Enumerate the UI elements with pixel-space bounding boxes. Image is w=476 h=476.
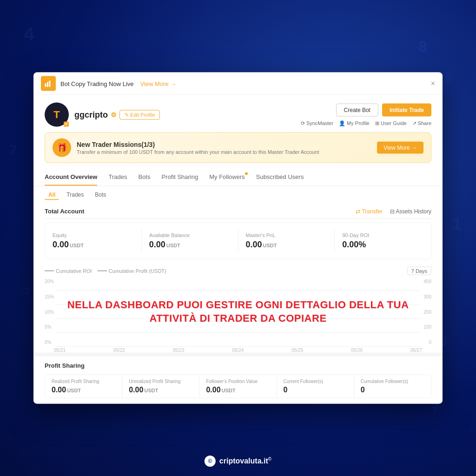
mission-text: New Trader Missions(1/3) Transfer a mini…	[77, 141, 319, 155]
profit-unrealized: Unrealized Profit Sharing 0.00USDT	[122, 375, 199, 398]
chart-canvas: 20% 15% 10% 5% 0% 400 300 200 100 0	[45, 277, 431, 347]
mission-title: New Trader Missions(1/3)	[77, 141, 319, 148]
sync-master-link[interactable]: ⟳ SyncMaster	[301, 120, 333, 126]
equity-value: 0.00USDT	[53, 240, 134, 250]
action-buttons: Create Bot Initiate Trade	[336, 103, 431, 116]
tab-my-followers[interactable]: My Followers	[209, 169, 245, 186]
cumulative-followers: Cumulative Follower(s) 0	[354, 375, 431, 398]
tab-profit-sharing-label: Profit Sharing	[161, 173, 198, 180]
watermark: © criptovaluta.it©	[205, 456, 271, 467]
pnl-currency: USDT	[263, 243, 277, 248]
main-container: Bot Copy Trading Now Live View More → × …	[33, 73, 443, 404]
assets-history-link[interactable]: ⊟ Assets History	[390, 208, 431, 214]
follower-position-label: Follower's Position Value	[206, 379, 270, 384]
profit-realized: Realized Profit Sharing 0.00USDT	[45, 375, 122, 398]
pnl-value: 0.00USDT	[246, 240, 327, 250]
stat-available-balance: Available Balance 0.00USDT	[142, 229, 238, 253]
profit-legend-line	[98, 271, 107, 271]
legend-roi: Cumulative ROI	[45, 268, 92, 274]
banner-link[interactable]: View More →	[140, 80, 177, 87]
header-right-actions: ⇄ Transfer ⊟ Assets History	[356, 208, 431, 214]
realized-value: 0.00USDT	[52, 386, 115, 394]
sub-tab-all[interactable]: All	[45, 190, 59, 200]
main-tabs: Account Overview Trades Bots Profit Shar…	[45, 169, 431, 186]
stat-masters-pnl: Master's PnL 0.00USDT	[238, 229, 335, 253]
mission-description: Transfer a minimum of 100 USDT from any …	[77, 149, 319, 155]
tab-bots[interactable]: Bots	[138, 169, 150, 186]
chart-overlay-text: NELLA DASHBOARD PUOI GESTIRE OGNI DETTAG…	[45, 298, 431, 325]
sub-tab-bots[interactable]: Bots	[91, 190, 110, 200]
avatar-letter: T	[53, 109, 60, 121]
tab-trades[interactable]: Trades	[108, 169, 127, 186]
total-account-header: Total Account ⇄ Transfer ⊟ Assets Histor…	[45, 204, 431, 219]
follower-position: Follower's Position Value 0.00USDT	[199, 375, 277, 398]
stats-row: Equity 0.00USDT Available Balance 0.00US…	[45, 223, 431, 259]
cumulative-followers-label: Cumulative Follower(s)	[361, 379, 424, 384]
tab-subscribed-users-label: Subscribed Users	[256, 173, 304, 180]
share-link[interactable]: ↗ Share	[412, 120, 431, 126]
initiate-trade-button[interactable]: Initiate Trade	[382, 103, 431, 116]
username-text: ggcripto	[74, 110, 108, 119]
guide-icon: ⊞	[375, 120, 379, 126]
banner-text: Bot Copy Trading Now Live	[60, 80, 134, 87]
chart-container: 20% 15% 10% 5% 0% 400 300 200 100 0	[45, 277, 431, 353]
profit-sharing-section: Profit Sharing Realized Profit Sharing 0…	[33, 353, 443, 404]
total-account-title: Total Account	[45, 208, 84, 215]
chart-header: Cumulative ROI Cumulative Profit (USDT) …	[45, 263, 431, 277]
pnl-label: Master's PnL	[246, 232, 327, 238]
header-top: T IT ggcripto ⚙ ✎ Edit Profile Create Bo…	[45, 103, 431, 127]
roi-legend-line	[45, 271, 54, 271]
user-guide-link[interactable]: ⊞ User Guide	[375, 120, 407, 126]
my-profile-text: My Profile	[347, 120, 370, 126]
profile-icon: 👤	[339, 120, 345, 126]
banner-icon	[41, 76, 56, 91]
banner-close-button[interactable]: ×	[431, 79, 435, 88]
content-section: Total Account ⇄ Transfer ⊟ Assets Histor…	[33, 204, 443, 353]
balance-currency: USDT	[166, 243, 180, 248]
chart-legend: Cumulative ROI Cumulative Profit (USDT)	[45, 268, 166, 274]
username: ggcripto ⚙ ✎ Edit Profile	[74, 110, 160, 119]
svg-rect-2	[49, 81, 51, 87]
follower-position-value: 0.00USDT	[206, 386, 270, 394]
legend-profit-label: Cumulative Profit (USDT)	[109, 268, 166, 274]
sync-icon: ⟳	[301, 120, 305, 126]
profit-stats-row: Realized Profit Sharing 0.00USDT Unreali…	[45, 375, 431, 398]
sub-tab-trades[interactable]: Trades	[63, 190, 87, 200]
watermark-site: criptovaluta.it	[219, 457, 268, 465]
tab-trades-label: Trades	[108, 173, 127, 180]
sub-tabs: All Trades Bots	[33, 186, 443, 204]
balance-label: Available Balance	[149, 232, 231, 238]
create-bot-button[interactable]: Create Bot	[336, 103, 378, 116]
top-banner: Bot Copy Trading Now Live View More → ×	[33, 73, 443, 95]
view-more-button[interactable]: View More →	[377, 142, 423, 154]
chart-x-labels: 05/21 05/22 05/23 05/24 05/25 05/26 05/2…	[45, 347, 431, 353]
tab-subscribed-users[interactable]: Subscribed Users	[256, 169, 304, 186]
tab-profit-sharing[interactable]: Profit Sharing	[161, 169, 198, 186]
transfer-link[interactable]: ⇄ Transfer	[356, 208, 382, 214]
stat-roi: 90-Day ROI 0.00%	[335, 229, 431, 253]
unrealized-label: Unrealized Profit Sharing	[129, 379, 192, 384]
watermark-sup: ©	[268, 456, 271, 462]
chart-overlay: NELLA DASHBOARD PUOI GESTIRE OGNI DETTAG…	[45, 277, 431, 347]
tab-account-overview-label: Account Overview	[45, 173, 97, 180]
legend-roi-label: Cumulative ROI	[56, 268, 92, 274]
user-guide-text: User Guide	[381, 120, 407, 126]
my-profile-link[interactable]: 👤 My Profile	[339, 120, 370, 126]
edit-profile-button[interactable]: ✎ Edit Profile	[119, 110, 160, 119]
roi-label: 90-Day ROI	[342, 232, 423, 238]
current-followers: Current Follower(s) 0	[277, 375, 354, 398]
tab-account-overview[interactable]: Account Overview	[45, 169, 97, 186]
mission-icon: 🎁	[53, 139, 71, 157]
unrealized-value: 0.00USDT	[129, 386, 192, 394]
tab-my-followers-label: My Followers	[209, 173, 245, 180]
roi-value: 0.00%	[342, 240, 423, 250]
svg-rect-0	[45, 84, 46, 87]
username-section: ggcripto ⚙ ✎ Edit Profile	[74, 110, 160, 119]
avatar-badge: IT	[64, 122, 69, 127]
legend-profit: Cumulative Profit (USDT)	[98, 268, 166, 274]
current-followers-value: 0	[284, 386, 347, 394]
watermark-icon: ©	[205, 456, 216, 467]
share-icon: ↗	[412, 120, 416, 126]
modal-window: Bot Copy Trading Now Live View More → × …	[33, 73, 443, 404]
chart-period-selector[interactable]: 7 Days	[407, 267, 431, 275]
